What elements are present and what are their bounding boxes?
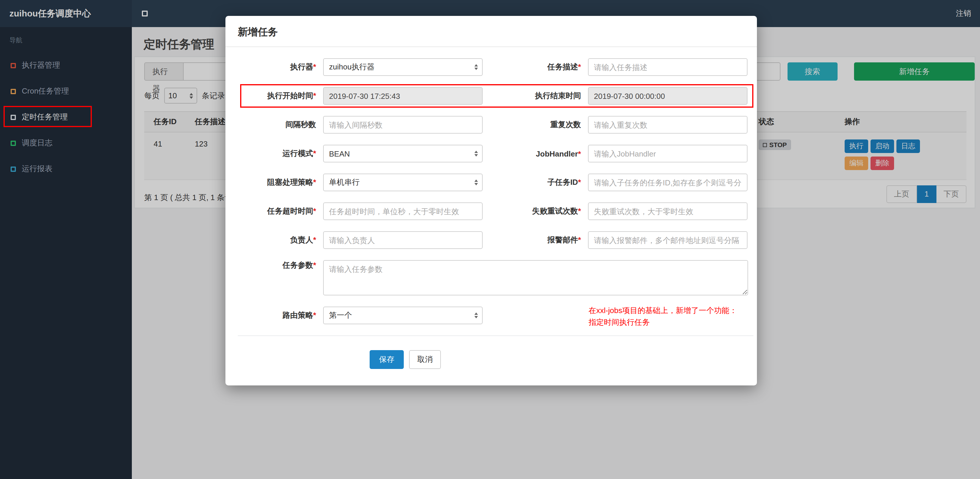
job-timeout-label: 任务超时时间*	[226, 206, 323, 216]
owner-input[interactable]	[323, 231, 483, 249]
owner-label: 负责人*	[226, 235, 323, 245]
job-timeout-input[interactable]	[323, 202, 483, 220]
child-job-id-input[interactable]	[588, 173, 748, 191]
modal-title: 新增任务	[226, 16, 757, 47]
block-strategy-select-value: 单机串行	[329, 177, 360, 188]
run-mode-select-value: BEAN	[329, 149, 350, 158]
feature-note-line1: 在xxl-jobs项目的基础上，新增了一个功能：	[589, 305, 737, 317]
feature-note: 在xxl-jobs项目的基础上，新增了一个功能： 指定时间执行任务	[589, 305, 737, 328]
add-job-modal: 新增任务 执行器* zuihou执行器 任务描述* 执行开始	[226, 16, 757, 385]
form-row-mode-handler: 运行模式* BEAN JobHandler*	[226, 145, 757, 162]
select-arrows-icon	[474, 64, 478, 70]
select-arrows-icon	[474, 180, 478, 185]
route-strategy-select-value: 第一个	[329, 310, 352, 321]
child-job-id-label: 子任务ID*	[490, 177, 588, 188]
run-mode-label: 运行模式*	[226, 148, 323, 159]
block-strategy-label: 阻塞处理策略*	[226, 177, 323, 188]
interval-seconds-label: 间隔秒数	[226, 119, 323, 130]
app-root: zuihou任务调度中心 注销 导航 执行器管理 Cron任务管理 定时任务管理…	[0, 0, 980, 479]
start-time-label: 执行开始时间*	[226, 91, 323, 101]
modal-footer: 保存 取消	[226, 336, 757, 385]
run-mode-select[interactable]: BEAN	[323, 145, 483, 162]
form-row-executor-desc: 执行器* zuihou执行器 任务描述*	[226, 58, 757, 76]
repeat-count-input[interactable]	[588, 116, 748, 134]
form-row-block-childjob: 阻塞处理策略* 单机串行 子任务ID*	[226, 173, 757, 191]
fail-retry-input[interactable]	[588, 202, 748, 220]
job-params-textarea[interactable]	[323, 260, 748, 295]
form-row-job-params: 任务参数*	[226, 260, 757, 295]
end-time-input[interactable]	[588, 87, 748, 105]
repeat-count-label: 重复次数	[490, 119, 588, 130]
job-desc-input[interactable]	[588, 58, 748, 76]
end-time-label: 执行结束时间	[490, 91, 588, 101]
form-row-interval-repeat: 间隔秒数 重复次数	[226, 116, 757, 134]
select-arrows-icon	[474, 312, 478, 318]
form-row-owner-email: 负责人* 报警邮件*	[226, 231, 757, 249]
save-button[interactable]: 保存	[370, 350, 404, 369]
job-params-label: 任务参数*	[226, 260, 323, 295]
select-arrows-icon	[474, 151, 478, 156]
modal-body: 执行器* zuihou执行器 任务描述* 执行开始时间*	[226, 47, 757, 385]
jobhandler-label: JobHandler*	[490, 149, 588, 158]
block-strategy-select[interactable]: 单机串行	[323, 173, 483, 191]
executor-select[interactable]: zuihou执行器	[323, 58, 483, 76]
form-row-route-strategy: 路由策略* 第一个 在xxl-jobs项目的基础上，新增了一个功能： 指定时间执…	[226, 307, 757, 324]
alarm-email-label: 报警邮件*	[490, 235, 588, 245]
fail-retry-label: 失败重试次数*	[490, 206, 588, 216]
executor-select-value: zuihou执行器	[329, 62, 375, 72]
start-time-input[interactable]	[323, 87, 483, 105]
form-row-start-end-time: 执行开始时间* 执行结束时间	[226, 87, 757, 105]
jobhandler-input[interactable]	[588, 145, 748, 162]
executor-label: 执行器*	[226, 62, 323, 72]
form-row-timeout-retry: 任务超时时间* 失败重试次数*	[226, 202, 757, 220]
route-strategy-select[interactable]: 第一个	[323, 307, 483, 324]
alarm-email-input[interactable]	[588, 231, 748, 249]
cancel-button[interactable]: 取消	[409, 350, 441, 369]
interval-seconds-input[interactable]	[323, 116, 483, 134]
job-desc-label: 任务描述*	[490, 62, 588, 72]
route-strategy-label: 路由策略*	[226, 310, 323, 321]
feature-note-line2: 指定时间执行任务	[589, 317, 737, 328]
